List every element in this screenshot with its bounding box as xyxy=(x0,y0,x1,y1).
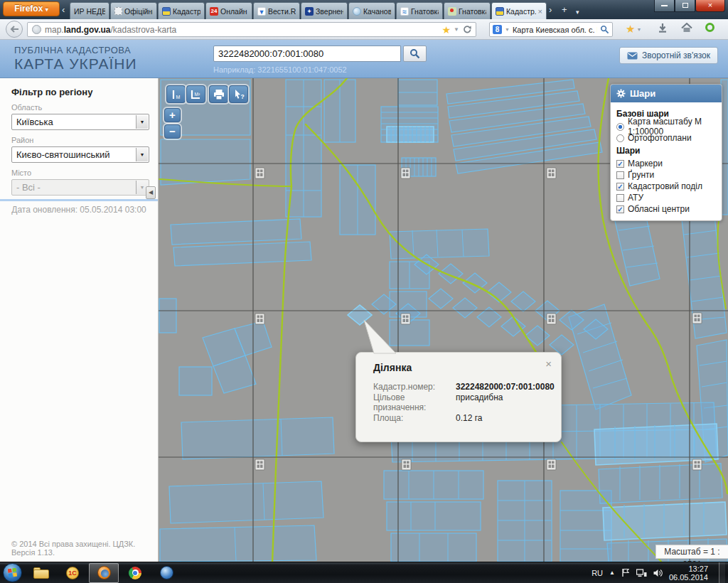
close-button[interactable]: × xyxy=(695,0,725,12)
oblast-value: Київська xyxy=(12,114,149,127)
taskbar-chrome-button[interactable] xyxy=(120,563,150,583)
volume-icon[interactable] xyxy=(653,569,663,577)
url-bar[interactable]: map.land.gov.ua/kadastrova-karta ★ ▼ xyxy=(27,22,476,37)
chevron-down-icon[interactable]: ▼ xyxy=(454,26,459,33)
tab-label: Звернення ... xyxy=(316,7,343,16)
tab-label: Кадастрова... xyxy=(173,7,200,16)
doc-favicon-icon xyxy=(114,7,122,15)
base-layer-option-0[interactable]: Карта масштабу М 1:100000 xyxy=(616,121,716,132)
red24-favicon-icon: 24 xyxy=(210,7,218,16)
print-button[interactable] xyxy=(209,85,228,103)
show-bookmarks-button[interactable]: ★ ▼ xyxy=(626,23,641,36)
download-icon xyxy=(658,23,668,33)
reload-icon[interactable] xyxy=(462,25,471,34)
home-button[interactable] xyxy=(681,23,692,33)
tab-label: Онлайн тра... xyxy=(220,7,248,16)
kyiv-favicon-icon: ✦ xyxy=(305,7,314,16)
cadastral-number-input[interactable] xyxy=(213,46,401,62)
bookmarks-star-icon: ★ xyxy=(626,23,635,36)
browser-tab-1[interactable]: Офіційний ... xyxy=(110,2,157,19)
checkbox-icon[interactable]: ✓ xyxy=(616,205,624,213)
bookmark-star-icon[interactable]: ★ xyxy=(442,25,451,35)
browser-search-bar[interactable]: 8 ▼ Карта Киевская обл. с. Гнатовка xyxy=(489,22,613,37)
browser-tab-9[interactable]: Кадастр...× xyxy=(491,2,547,19)
sidebar-collapse-button[interactable]: ◀ xyxy=(146,186,156,199)
layer-option-1[interactable]: Ґрунти xyxy=(616,169,716,181)
new-tab-button[interactable]: + xyxy=(562,4,567,16)
minimize-button[interactable] xyxy=(654,0,675,12)
globe-favicon-icon xyxy=(353,7,361,16)
chrome-icon xyxy=(129,567,141,579)
browser-tab-6[interactable]: Качановка. ... xyxy=(348,2,395,19)
taskbar-clock[interactable]: 13:27 06.05.2014 xyxy=(669,565,712,582)
network-icon[interactable] xyxy=(636,569,647,577)
checkbox-icon[interactable] xyxy=(616,171,624,179)
taskbar-google-earth-button[interactable] xyxy=(151,563,181,583)
cadastral-search-button[interactable] xyxy=(403,46,427,62)
start-button[interactable] xyxy=(3,563,22,582)
taskbar-firefox-button[interactable] xyxy=(89,563,119,583)
browser-tab-8[interactable]: Гнатовка – ... xyxy=(444,2,491,19)
search-engine-icon[interactable]: 8 xyxy=(493,25,502,34)
firefox-menu-button[interactable]: Firefox ▾ xyxy=(3,1,60,16)
list-all-tabs-icon[interactable]: ▾ xyxy=(576,6,579,18)
vesti-favicon-icon: ▼ xyxy=(257,7,266,16)
url-text: map.land.gov.ua/kadastrova-karta xyxy=(45,25,176,35)
layer-label: Маркери xyxy=(628,159,663,169)
zoom-in-button[interactable]: + xyxy=(164,108,181,122)
feedback-button[interactable]: Зворотній зв'язок xyxy=(619,47,718,64)
envelope-icon xyxy=(627,52,638,60)
browser-tab-3[interactable]: 24Онлайн тра... xyxy=(205,2,252,19)
tray-expand-icon[interactable]: ▲ xyxy=(609,569,615,576)
chevron-down-icon[interactable]: ▼ xyxy=(136,148,148,161)
show-desktop-button[interactable] xyxy=(719,562,725,583)
extension-button[interactable] xyxy=(705,23,714,32)
layer-option-0[interactable]: ✓Маркери xyxy=(616,158,716,169)
tab-close-icon[interactable]: × xyxy=(538,8,542,15)
restore-button[interactable] xyxy=(675,0,695,12)
taskbar-1c-button[interactable]: 1С xyxy=(58,563,87,583)
divider xyxy=(0,199,158,201)
layers-panel-header[interactable]: Шари xyxy=(611,85,722,102)
raion-select[interactable]: Києво-святошинський▼ xyxy=(11,146,149,163)
downloads-button[interactable] xyxy=(658,23,668,33)
chevron-down-icon[interactable]: ▼ xyxy=(136,115,148,129)
system-tray: RU ▲ 13:27 06.05.2014 xyxy=(592,562,728,583)
browser-tab-0[interactable]: ИР НЕДВ... xyxy=(70,2,109,19)
radio-icon[interactable] xyxy=(616,123,624,131)
measure-distance-button[interactable]: M xyxy=(166,85,186,103)
checkbox-icon[interactable] xyxy=(616,194,624,202)
radio-icon[interactable] xyxy=(616,134,624,142)
site-logo: ПУБЛІЧНА КАДАСТРОВА КАРТА УКРАЇНИ xyxy=(14,45,137,73)
tab-scroll-left-icon[interactable]: ‹ xyxy=(62,4,65,16)
svg-text:M: M xyxy=(176,94,180,99)
checkbox-icon[interactable]: ✓ xyxy=(616,160,624,168)
browser-tab-7[interactable]: ≈Гнатовка. К... xyxy=(396,2,443,19)
layer-option-3[interactable]: АТУ xyxy=(616,192,716,203)
search-icon[interactable] xyxy=(600,25,609,34)
chevron-down-icon[interactable]: ▼ xyxy=(505,27,510,32)
checkbox-icon[interactable]: ✓ xyxy=(616,183,624,191)
close-icon[interactable]: × xyxy=(545,358,552,370)
zoom-out-button[interactable]: − xyxy=(164,124,181,139)
back-button[interactable] xyxy=(6,21,23,38)
tab-label: Кадастр... xyxy=(506,7,536,16)
windows-logo-icon xyxy=(8,568,17,577)
action-center-flag-icon[interactable] xyxy=(621,568,630,577)
chevron-down-icon: ▼ xyxy=(636,27,641,32)
tab-label: Офіційний ... xyxy=(124,7,153,16)
tab-scroll-right-icon[interactable]: › xyxy=(549,4,552,16)
taskbar-explorer-button[interactable] xyxy=(26,563,56,583)
browser-tab-2[interactable]: Кадастрова... xyxy=(158,2,205,19)
oblast-select[interactable]: Київська▼ xyxy=(11,114,149,130)
site-header: ПУБЛІЧНА КАДАСТРОВА КАРТА УКРАЇНИ Наприк… xyxy=(0,40,728,78)
layer-option-2[interactable]: ✓Кадастровий поділ xyxy=(616,181,716,192)
base-layer-label: Ортофотоплани xyxy=(628,133,692,143)
identify-button[interactable]: ? xyxy=(229,85,248,103)
browser-tab-5[interactable]: ✦Звернення ... xyxy=(301,2,348,19)
tab-list: ИР НЕДВ...Офіційний ...Кадастрова...24Он… xyxy=(70,2,547,19)
language-indicator[interactable]: RU xyxy=(592,569,603,577)
layer-option-4[interactable]: ✓Обласні центри xyxy=(616,203,716,215)
browser-tab-4[interactable]: ▼Вести.Ru: Р... xyxy=(253,2,300,19)
measure-area-button[interactable]: М² xyxy=(186,85,205,103)
